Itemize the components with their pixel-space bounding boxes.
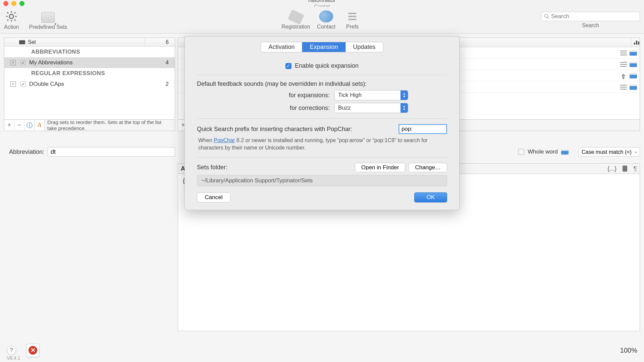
set-enabled-checkbox[interactable]: ✓ <box>20 81 26 87</box>
sliders-icon <box>346 10 359 22</box>
header-set: Set <box>28 39 36 45</box>
corrections-sound-value: Buzz <box>338 105 351 111</box>
remove-set-button[interactable]: − <box>14 120 24 131</box>
action-label: Action <box>4 24 19 30</box>
sets-hint: Drag sets to reorder them. Sets at the t… <box>45 119 175 132</box>
prefs-tabs: Activation Expansion Updates <box>185 42 459 52</box>
case-match-dropdown[interactable]: Case must match (=) <box>579 147 640 157</box>
sets-table: Set 6 ABBREVIATIONS ▫ ✓ My Abbreviations… <box>4 38 175 120</box>
close-window-button[interactable] <box>3 1 8 6</box>
sets-toolbar: + − ⓘ A Drag sets to reorder them. Sets … <box>4 120 175 131</box>
cancel-button[interactable]: Cancel <box>197 192 230 202</box>
sets-panel: Set 6 ABBREVIATIONS ▫ ✓ My Abbreviations… <box>4 38 175 331</box>
quicksearch-prefix-input[interactable] <box>398 124 447 134</box>
for-corrections-label: for corrections: <box>197 105 334 112</box>
window-icon <box>630 73 637 78</box>
expand-toggle-icon[interactable]: ▫ <box>10 60 16 65</box>
enable-quick-label: Enable quick expansion <box>295 62 359 69</box>
window-icon <box>630 50 637 56</box>
svg-point-6 <box>349 18 351 20</box>
predefined-sets-menu[interactable]: ▾ Predefined Sets <box>29 12 67 30</box>
add-set-button[interactable]: + <box>4 120 14 131</box>
set-name: DOuble CAps <box>29 81 161 87</box>
tab-activation[interactable]: Activation <box>261 42 302 52</box>
corrections-sound-select[interactable]: Buzz ▲▼ <box>334 103 408 113</box>
set-row-my-abbreviations[interactable]: ▫ ✓ My Abbreviations 4 <box>4 57 175 68</box>
prefs-label: Prefs <box>346 24 359 30</box>
contact-button[interactable]: Contact <box>316 10 336 30</box>
chevron-updown-icon: ▲▼ <box>400 90 408 100</box>
statistics-icon[interactable] <box>631 38 638 47</box>
action-menu[interactable]: ▾ Action <box>4 10 19 30</box>
enable-quick-checkbox[interactable]: ✓ <box>285 63 291 69</box>
section-abbreviations: ABBREVIATIONS <box>4 47 175 57</box>
search-field[interactable] <box>541 12 640 21</box>
whole-word-label: Whole word <box>528 148 558 155</box>
disabled-icon: ✕ <box>29 346 37 355</box>
expansions-sound-select[interactable]: Tick High ▲▼ <box>334 90 408 100</box>
sets-folder-label: Sets folder: <box>197 164 352 171</box>
set-enabled-checkbox[interactable]: ✓ <box>20 60 26 65</box>
ok-button[interactable]: OK <box>414 192 447 202</box>
info-button[interactable]: ⓘ <box>24 120 35 131</box>
sets-folder-path: ~/Library/Application Support/Typinator/… <box>197 175 447 186</box>
svg-point-4 <box>350 12 352 14</box>
expansions-sound-value: Tick High <box>338 92 362 99</box>
menu-icon <box>620 62 627 67</box>
svg-point-5 <box>353 15 355 17</box>
quicksearch-label: Quick Search prefix for inserting charac… <box>197 126 398 133</box>
abbreviation-label: Abbreviation: <box>4 148 44 156</box>
gear-icon <box>5 10 18 23</box>
sets-table-header[interactable]: Set 6 <box>4 38 175 47</box>
footer: ? ✕ V8.4.1 100% <box>0 339 644 362</box>
clipboard-icon[interactable] <box>623 166 627 172</box>
open-in-finder-button[interactable]: Open in Finder <box>355 163 405 172</box>
search-label: Search <box>582 22 599 28</box>
status-button[interactable]: ✕ <box>26 344 40 357</box>
tab-updates[interactable]: Updates <box>346 42 383 52</box>
key-icon <box>287 9 304 25</box>
window-icon <box>561 149 569 155</box>
svg-line-8 <box>547 17 549 18</box>
test-button[interactable]: A <box>35 120 45 131</box>
header-count: 6 <box>145 38 175 46</box>
registration-button[interactable]: Registration <box>281 12 310 30</box>
window-controls <box>3 1 24 6</box>
window-icon <box>630 62 637 67</box>
whole-word-checkbox[interactable] <box>518 149 524 155</box>
titlebar: natorinator Contat <box>0 0 644 7</box>
set-name: My Abbreviations <box>29 59 161 66</box>
case-match-select[interactable]: Case must match (=) <box>579 147 640 157</box>
feedback-title: Default feedback sounds (may be overridd… <box>197 80 447 87</box>
zoom-window-button[interactable] <box>19 1 24 6</box>
set-row-double-caps[interactable]: ▫ ✓ DOuble CAps 2 <box>4 79 175 89</box>
predefined-sets-icon: ▾ <box>41 12 55 23</box>
contact-label: Contact <box>317 24 335 30</box>
popchar-link[interactable]: PopChar <box>214 137 235 143</box>
popchar-help: When PopChar 8.2 or newer is installed a… <box>197 137 447 152</box>
show-invisibles-button[interactable]: ¶ <box>633 165 637 173</box>
for-expansions-label: for expansions: <box>197 92 334 99</box>
minimize-window-button[interactable] <box>11 1 16 6</box>
keyboard-icon <box>19 40 25 44</box>
shift-icon: ⇧ <box>621 73 627 78</box>
set-count: 4 <box>161 59 175 66</box>
prefs-button[interactable]: Prefs <box>342 10 363 30</box>
menu-icon <box>620 51 627 55</box>
expand-toggle-icon[interactable]: ▫ <box>10 81 16 87</box>
window-icon <box>630 84 637 90</box>
version-label: V8.4.1 <box>7 355 20 361</box>
chevron-updown-icon: ▲▼ <box>400 103 408 113</box>
tab-expansion[interactable]: Expansion <box>302 42 345 52</box>
menu-icon <box>620 85 627 89</box>
svg-point-0 <box>9 14 14 18</box>
abbreviation-row: Abbreviation: <box>4 147 175 157</box>
insert-marker-button[interactable]: {...} <box>607 165 616 172</box>
registration-label: Registration <box>281 24 310 30</box>
help-button[interactable]: ? <box>7 346 16 355</box>
search-input[interactable] <box>551 13 637 20</box>
set-count: 2 <box>161 81 175 87</box>
change-folder-button[interactable]: Change… <box>409 163 447 172</box>
abbreviation-input[interactable] <box>48 147 175 157</box>
predefined-sets-label: Predefined Sets <box>29 24 67 30</box>
